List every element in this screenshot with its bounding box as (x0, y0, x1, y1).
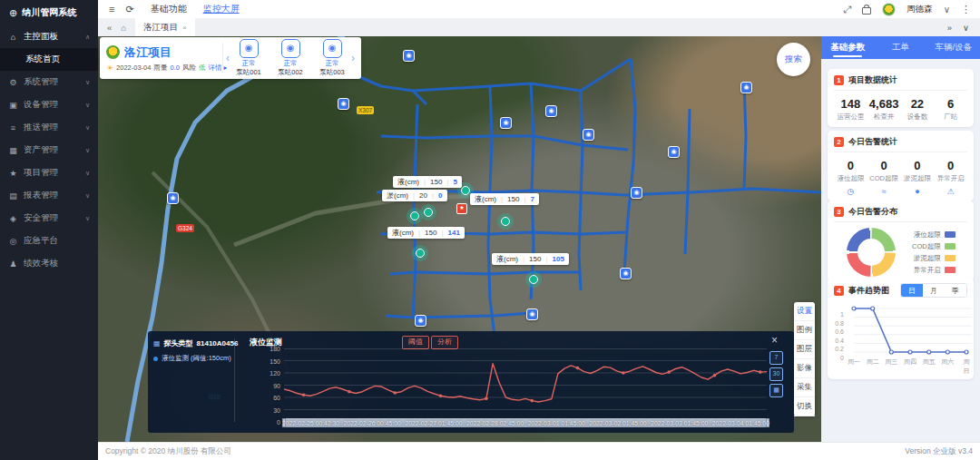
pump-station-marker[interactable]: ◉ (631, 187, 642, 199)
stat-value: 22 (901, 97, 935, 111)
avatar[interactable] (882, 3, 896, 16)
topnav-monitor-screen[interactable]: 监控大屏 (203, 3, 240, 15)
collapse-menu-icon[interactable]: ≡ (109, 4, 114, 15)
project-title: 洛江项目 (124, 44, 172, 61)
pump-station-marker[interactable]: ◉ (620, 268, 632, 279)
fullscreen-icon[interactable]: ⤢ (843, 4, 851, 15)
close-panel-icon[interactable]: × (771, 334, 778, 347)
user-name[interactable]: 周德森 (906, 4, 933, 15)
x-tick-label: 周一 (848, 357, 860, 367)
carousel-prev-icon[interactable]: ‹ (223, 52, 232, 64)
sidebar-item-资产管理[interactable]: ▦资产管理∨ (0, 139, 98, 161)
sidebar-item-设备管理[interactable]: ▣设备管理∨ (0, 93, 98, 116)
x-tick-label: 周二 (867, 357, 879, 367)
chevron-down-icon: ∨ (85, 102, 90, 109)
stat-value: 0 (834, 159, 867, 172)
sidebar-item-系统首页[interactable]: 系统首页 (0, 48, 98, 71)
pump-station-marker[interactable]: ◉ (415, 315, 426, 327)
series-label: 液位监测 (阈值:150cm) (162, 354, 231, 363)
topnav-basic-functions[interactable]: 基础功能 (151, 3, 187, 15)
map-tool-切换[interactable]: 切换 (794, 397, 815, 416)
event-trend-card: 4 事件趋势图 日月季 00.20.40.60.81周一周二周三周四周五周六周日 (828, 278, 974, 379)
stat-value: 6 (934, 97, 967, 111)
pump-station-marker[interactable]: ◉ (526, 308, 538, 320)
level-sensor-marker[interactable] (525, 271, 542, 288)
pump-station-marker[interactable]: ◉ (403, 50, 415, 62)
more-options-icon[interactable]: ⋮ (961, 4, 971, 15)
alarm-stat: 0液位超限◷ (834, 159, 867, 196)
station-card-泵站003[interactable]: ◉正常泵站003 (316, 39, 348, 77)
analyze-button[interactable]: 分析 (431, 336, 458, 349)
home-icon[interactable]: ⌂ (121, 23, 126, 33)
x-axis-labels: 2022-02-25 00:42:302022-02-26 00:45:0020… (282, 418, 769, 428)
sidebar-item-项目管理[interactable]: ★项目管理∨ (0, 161, 98, 184)
level-sensor-marker[interactable] (412, 245, 428, 261)
tooltip-value: 0 (434, 191, 446, 200)
collapse-tabs-icon[interactable]: « (107, 23, 112, 33)
y-tick-label: 60 (273, 395, 280, 401)
legend-color-chip (945, 267, 956, 273)
pump-station-marker[interactable]: ◉ (583, 129, 594, 141)
map-tool-图例[interactable]: 图例 (794, 321, 815, 340)
tab-vehicles-devices[interactable]: 车辆/设备 (927, 36, 980, 59)
detail-link[interactable]: 详情 ▸ (208, 64, 227, 73)
map-search-button[interactable]: 搜索 (777, 43, 810, 76)
threshold-button[interactable]: 阈值 (402, 336, 429, 349)
range-tab-季[interactable]: 季 (945, 284, 966, 297)
tab-basic-params[interactable]: 基础参数 (821, 36, 874, 59)
y-tick-label: 30 (273, 406, 280, 413)
tab-luojiang-project[interactable]: 洛江项目 × (135, 18, 195, 36)
calendar-icon[interactable]: ▦ (769, 384, 783, 397)
tooltip-param: 液(cm) (387, 228, 418, 238)
close-tab-icon[interactable]: × (182, 24, 187, 32)
wave-icon: ≈ (867, 187, 901, 196)
refresh-icon[interactable]: ⟳ (125, 4, 133, 15)
level-sensor-marker[interactable] (497, 213, 514, 230)
range-tab-日[interactable]: 日 (901, 284, 923, 297)
sidebar-item-报表管理[interactable]: ▤报表管理∨ (0, 184, 98, 207)
card-number-badge: 4 (834, 286, 844, 296)
carousel-next-icon[interactable]: › (348, 52, 358, 64)
pump-station-marker[interactable]: ◉ (167, 192, 179, 204)
tab-work-orders[interactable]: 工单 (874, 36, 926, 59)
station-status: 正常 (316, 59, 348, 68)
range-tab-月[interactable]: 月 (923, 284, 945, 297)
range-30d-icon[interactable]: 30 (769, 367, 783, 381)
tooltip-threshold: 150 (503, 195, 524, 203)
globe-icon: ⊕ (9, 7, 17, 19)
pump-station-icon: ◉ (240, 39, 259, 58)
sidebar-item-安全管理[interactable]: ◈安全管理∨ (0, 207, 98, 230)
tab-overflow-icon[interactable]: » (947, 23, 952, 33)
range-7d-icon[interactable]: 7 (769, 351, 783, 365)
tab-menu-icon[interactable]: ∨ (963, 23, 969, 33)
stat-label: 运营公里 (834, 113, 867, 122)
y-tick-label: 0.8 (835, 319, 844, 326)
pump-station-marker[interactable]: ◉ (545, 105, 557, 117)
map-tool-采集[interactable]: 采集 (794, 378, 815, 397)
pump-station-marker[interactable]: ◉ (500, 117, 512, 129)
sidebar-item-主控面板[interactable]: ⌂主控面板∧ (0, 25, 98, 48)
sidebar-item-系统管理[interactable]: ⚙系统管理∨ (0, 71, 98, 93)
map-tool-影像[interactable]: 影像 (794, 359, 815, 378)
map-tool-设置[interactable]: 设置 (794, 302, 815, 321)
chevron-down-icon: ∨ (944, 5, 950, 15)
risk-label: 风险 (182, 64, 196, 73)
sensor-value-tooltip: 液(cm)|150|105 (492, 253, 569, 265)
level-sensor-marker[interactable] (420, 204, 436, 220)
legend-item: 淤泥超限 (912, 252, 956, 264)
alarm-stat: 0COD超限≈ (867, 159, 901, 196)
tooltip-param: 液(cm) (470, 194, 501, 204)
pump-station-marker[interactable]: ◉ (338, 98, 349, 110)
legend-color-chip (945, 255, 956, 261)
pump-station-marker[interactable]: ◉ (740, 82, 752, 93)
pump-station-marker[interactable]: ◉ (668, 146, 680, 158)
sidebar-item-推送管理[interactable]: ≡推送管理∨ (0, 116, 98, 139)
sidebar-item-绩效考核[interactable]: ♟绩效考核 (0, 252, 98, 275)
station-card-泵站001[interactable]: ◉正常泵站001 (232, 39, 265, 77)
station-card-泵站002[interactable]: ◉正常泵站002 (274, 39, 307, 77)
map-tool-图层[interactable]: 图层 (794, 340, 815, 359)
sidebar-item-应急平台[interactable]: ◎应急平台 (0, 230, 98, 252)
lock-icon[interactable] (862, 7, 871, 15)
poi-marker: ★ (456, 203, 467, 214)
x-axis-label: 2022-03-02 01:45:00 (589, 420, 646, 426)
